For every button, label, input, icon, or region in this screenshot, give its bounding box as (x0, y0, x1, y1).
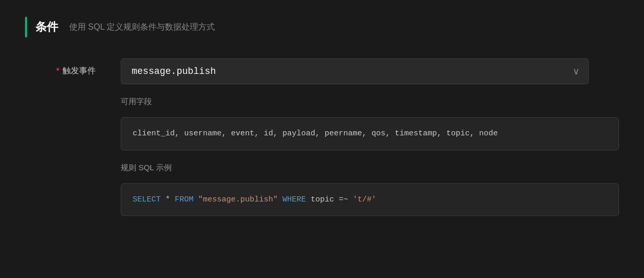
sql-example-label: 规则 SQL 示例 (121, 163, 619, 173)
sql-star: * (165, 195, 175, 204)
available-fields-section: 可用字段 client_id, username, event, id, pay… (56, 97, 619, 150)
required-star: * (56, 67, 59, 76)
sql-table: "message.publish" (198, 195, 282, 204)
sql-from-keyword: FROM (175, 195, 194, 204)
trigger-event-row: * 触发事件 message.publish ∨ (56, 58, 619, 84)
sql-condition: topic =~ (311, 195, 353, 204)
section-bar (25, 17, 27, 37)
form-area: * 触发事件 message.publish ∨ 可用字段 client_id,… (25, 58, 619, 216)
trigger-select[interactable]: message.publish (121, 58, 589, 84)
section-header: 条件 使用 SQL 定义规则条件与数据处理方式 (25, 17, 619, 37)
trigger-label-text: 触发事件 (62, 66, 96, 77)
available-fields-code: client_id, username, event, id, payload,… (121, 117, 619, 150)
section-title: 条件 (35, 19, 59, 35)
sql-example-code: SELECT * FROM "message.publish" WHERE to… (121, 183, 619, 217)
trigger-select-wrapper[interactable]: message.publish ∨ (121, 58, 589, 84)
sql-select-keyword: SELECT (133, 195, 161, 204)
section-subtitle: 使用 SQL 定义规则条件与数据处理方式 (69, 22, 215, 33)
sql-example-section: 规则 SQL 示例 SELECT * FROM "message.publish… (56, 163, 619, 217)
trigger-label: * 触发事件 (56, 58, 108, 77)
sql-value: 't/#' (353, 195, 376, 204)
available-fields-label: 可用字段 (121, 97, 619, 107)
sql-where-keyword: WHERE (282, 195, 306, 204)
